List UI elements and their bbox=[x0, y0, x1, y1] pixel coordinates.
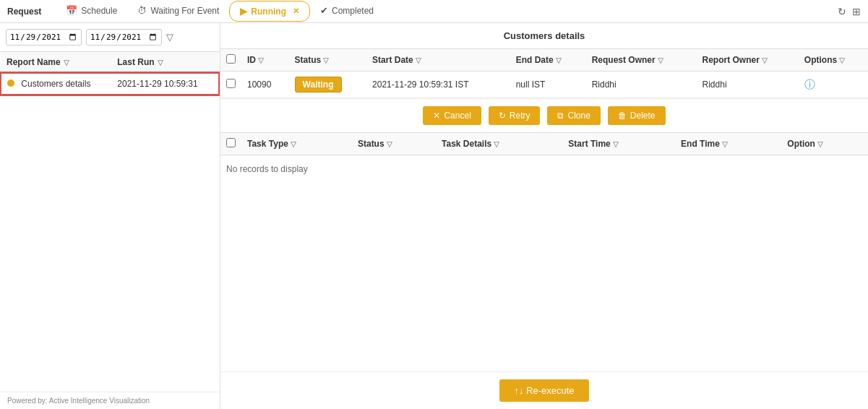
right-panel: Customers details ID ▽ bbox=[220, 23, 868, 409]
bottom-col-start-time: Start Time ▽ bbox=[562, 133, 675, 155]
col-report-name: Report Name ▽ bbox=[1, 52, 111, 73]
date-to-input[interactable] bbox=[86, 29, 162, 46]
left-table: Report Name ▽ Last Run ▽ bbox=[0, 52, 220, 392]
col-options-label: Options bbox=[804, 55, 837, 65]
left-row-report-name: Customers details bbox=[1, 73, 111, 95]
last-run-filter-icon[interactable]: ▽ bbox=[158, 59, 163, 66]
request-owner-filter-icon[interactable]: ▽ bbox=[658, 56, 663, 64]
waiting-icon: ⏱ bbox=[137, 5, 147, 16]
running-icon: ▶ bbox=[240, 6, 247, 17]
retry-icon: ↻ bbox=[499, 111, 506, 121]
select-all-checkbox[interactable] bbox=[226, 54, 236, 64]
footer: Powered by: Active Intelligence Visualiz… bbox=[0, 392, 220, 409]
left-table-row[interactable]: Customers details 2021-11-29 10:59:31 bbox=[1, 73, 219, 95]
bottom-end-time-label: End Time bbox=[681, 139, 720, 149]
row-start-date: 2021-11-29 10:59:31 IST bbox=[366, 72, 510, 98]
col-report-name-label: Report Name bbox=[7, 57, 61, 67]
tab-running-label: Running bbox=[251, 7, 286, 17]
top-nav: Request 📅 Schedule ⏱ Waiting For Event ▶… bbox=[0, 0, 868, 23]
delete-button[interactable]: 🗑 Delete bbox=[608, 106, 666, 125]
reexecute-button[interactable]: ↑↓ Re-execute bbox=[499, 379, 588, 402]
bottom-table-area: Task Type ▽ Status ▽ bbox=[220, 133, 868, 409]
task-type-filter-icon[interactable]: ▽ bbox=[291, 140, 296, 148]
report-name-value: Customers details bbox=[21, 79, 90, 89]
id-filter-icon[interactable]: ▽ bbox=[258, 56, 264, 64]
tab-schedule[interactable]: 📅 Schedule bbox=[56, 1, 127, 22]
reexecute-label: ↑↓ Re-execute bbox=[514, 385, 574, 396]
col-options-header: Options ▽ bbox=[799, 49, 868, 72]
report-name-filter-icon[interactable]: ▽ bbox=[64, 59, 69, 66]
col-status-header: Status ▽ bbox=[289, 49, 366, 72]
retry-button[interactable]: ↻ Retry bbox=[489, 106, 541, 125]
col-end-date-label: End Date bbox=[516, 55, 554, 65]
row-request-owner: Riddhi bbox=[586, 72, 697, 98]
options-filter-icon[interactable]: ▽ bbox=[839, 56, 845, 64]
reexecute-bar: ↑↓ Re-execute bbox=[220, 371, 868, 409]
tab-completed-label: Completed bbox=[332, 6, 374, 16]
filter-icon[interactable]: ▽ bbox=[166, 32, 173, 43]
status-waiting-badge: Waiting bbox=[295, 77, 342, 92]
bottom-col-task-details: Task Details ▽ bbox=[436, 133, 562, 155]
top-table-area: ID ▽ Status ▽ bbox=[220, 49, 868, 133]
status-filter-icon[interactable]: ▽ bbox=[323, 56, 329, 64]
status-dot bbox=[7, 79, 14, 87]
start-date-filter-icon[interactable]: ▽ bbox=[416, 56, 421, 64]
row-end-date: null IST bbox=[510, 72, 586, 98]
start-time-filter-icon[interactable]: ▽ bbox=[613, 140, 619, 148]
bottom-col-task-type: Task Type ▽ bbox=[241, 133, 352, 155]
completed-icon: ✔ bbox=[320, 5, 328, 16]
col-last-run-label: Last Run bbox=[117, 57, 154, 67]
clone-icon: ⧉ bbox=[557, 111, 564, 121]
cancel-icon: ✕ bbox=[433, 111, 440, 121]
row-status: Waiting bbox=[289, 72, 366, 98]
col-id-header: ID ▽ bbox=[241, 49, 289, 72]
task-details-filter-icon[interactable]: ▽ bbox=[494, 140, 499, 148]
main-content: ▽ Report Name ▽ bbox=[0, 23, 868, 409]
row-report-owner: Riddhi bbox=[697, 72, 799, 98]
end-date-filter-icon[interactable]: ▽ bbox=[556, 56, 562, 64]
col-end-date-header: End Date ▽ bbox=[510, 49, 586, 72]
bottom-data-table: Task Type ▽ Status ▽ bbox=[220, 133, 868, 183]
row-checkbox[interactable] bbox=[226, 79, 236, 88]
tab-running[interactable]: ▶ Running ✕ bbox=[229, 1, 310, 22]
row-id: 10090 bbox=[241, 72, 289, 98]
bottom-status-label: Status bbox=[358, 139, 384, 149]
refresh-icon[interactable]: ↻ bbox=[838, 6, 846, 17]
end-time-filter-icon[interactable]: ▽ bbox=[722, 140, 728, 148]
info-icon[interactable]: ⓘ bbox=[804, 78, 815, 90]
clone-label: Clone bbox=[567, 111, 590, 121]
panel-title: Customers details bbox=[220, 23, 868, 49]
col-request-owner-header: Request Owner ▽ bbox=[586, 49, 697, 72]
delete-label: Delete bbox=[630, 111, 656, 121]
report-owner-filter-icon[interactable]: ▽ bbox=[762, 56, 768, 64]
clone-button[interactable]: ⧉ Clone bbox=[547, 106, 600, 125]
col-last-run: Last Run ▽ bbox=[111, 52, 219, 73]
filter-bar: ▽ bbox=[0, 23, 220, 52]
col-request-owner-label: Request Owner bbox=[592, 55, 656, 65]
option-filter-icon[interactable]: ▽ bbox=[817, 140, 823, 148]
top-table-row[interactable]: 10090 Waiting 2021-11-29 10:59:31 IST nu… bbox=[220, 72, 868, 98]
bottom-start-time-label: Start Time bbox=[568, 139, 610, 149]
bottom-task-details-label: Task Details bbox=[442, 139, 491, 149]
left-row-last-run: 2021-11-29 10:59:31 bbox=[111, 73, 219, 95]
date-from-input[interactable] bbox=[6, 29, 82, 46]
grid-icon[interactable]: ⊞ bbox=[852, 6, 861, 17]
left-panel: ▽ Report Name ▽ bbox=[0, 23, 220, 409]
running-close-icon[interactable]: ✕ bbox=[293, 7, 299, 16]
retry-label: Retry bbox=[510, 111, 530, 121]
col-report-owner-header: Report Owner ▽ bbox=[697, 49, 799, 72]
tab-schedule-label: Schedule bbox=[81, 6, 117, 16]
cancel-label: Cancel bbox=[444, 111, 470, 121]
tab-completed[interactable]: ✔ Completed bbox=[310, 1, 384, 22]
tab-waiting-label: Waiting For Event bbox=[150, 6, 219, 16]
bottom-option-label: Option bbox=[787, 139, 815, 149]
header-right-icons: ↻ ⊞ bbox=[838, 6, 861, 17]
bottom-col-end-time: End Time ▽ bbox=[675, 133, 781, 155]
cancel-button[interactable]: ✕ Cancel bbox=[423, 106, 481, 125]
tab-waiting[interactable]: ⏱ Waiting For Event bbox=[127, 1, 229, 22]
request-label: Request bbox=[7, 7, 41, 17]
row-options: ⓘ bbox=[799, 72, 868, 98]
bottom-no-records-row: No records to display bbox=[220, 155, 868, 184]
bottom-status-filter-icon[interactable]: ▽ bbox=[387, 140, 392, 148]
bottom-select-all[interactable] bbox=[226, 138, 236, 147]
